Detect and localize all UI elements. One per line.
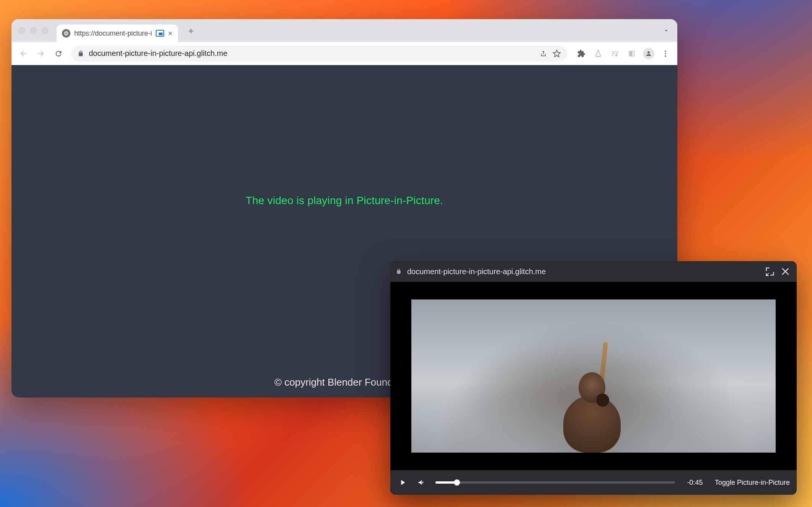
share-icon[interactable] (540, 50, 547, 57)
flask-icon (594, 49, 602, 58)
globe-icon (62, 29, 70, 38)
window-zoom-button[interactable] (41, 27, 48, 34)
svg-point-2 (665, 55, 666, 57)
browser-toolbar: document-picture-in-picture-api.glitch.m… (11, 42, 677, 65)
video-controls: -0:45 Toggle Picture-in-Picture (390, 470, 797, 495)
reload-button[interactable] (51, 46, 67, 62)
play-icon (398, 478, 407, 487)
arrow-right-icon (37, 49, 45, 58)
arrow-left-icon (19, 49, 28, 58)
bookmark-icon[interactable] (553, 49, 561, 58)
lock-icon (77, 50, 84, 57)
labs-button[interactable] (590, 46, 606, 62)
pip-close-button[interactable] (781, 266, 791, 277)
address-bar[interactable]: document-picture-in-picture-api.glitch.m… (71, 46, 567, 62)
tab-title: https://document-picture-i (74, 29, 152, 38)
play-button[interactable] (397, 477, 408, 488)
time-remaining: -0:45 (683, 479, 706, 487)
address-bar-url: document-picture-in-picture-api.glitch.m… (89, 49, 535, 58)
chrome-menu-button[interactable] (657, 46, 673, 62)
extensions-button[interactable] (573, 46, 589, 62)
panel-icon (628, 49, 636, 58)
pip-back-to-tab-button[interactable] (765, 266, 775, 277)
expand-icon (765, 266, 775, 277)
browser-tab[interactable]: https://document-picture-i × (57, 25, 178, 42)
puzzle-icon (577, 49, 585, 58)
tab-close-button[interactable]: × (168, 29, 173, 38)
window-traffic-lights[interactable] (18, 27, 48, 34)
window-close-button[interactable] (18, 27, 25, 34)
toggle-pip-button[interactable]: Toggle Picture-in-Picture (715, 479, 790, 487)
video-frame (411, 299, 776, 453)
avatar-icon (643, 48, 654, 59)
tab-search-button[interactable] (660, 24, 673, 37)
window-minimize-button[interactable] (30, 27, 37, 34)
chevron-down-icon (663, 27, 670, 34)
profile-button[interactable] (641, 46, 657, 62)
volume-icon (417, 478, 426, 487)
new-tab-button[interactable]: ＋ (185, 25, 197, 37)
svg-point-1 (665, 53, 666, 54)
svg-point-0 (665, 50, 666, 52)
pip-titlebar[interactable]: document-picture-in-picture-api.glitch.m… (390, 261, 797, 282)
forward-button[interactable] (33, 46, 49, 62)
reload-icon (54, 49, 63, 58)
pip-status-message: The video is playing in Picture-in-Pictu… (246, 195, 443, 207)
pip-indicator-icon (156, 30, 164, 37)
close-icon (781, 266, 791, 277)
seek-bar[interactable] (435, 481, 675, 484)
lock-icon (396, 268, 402, 275)
side-panel-button[interactable] (624, 46, 640, 62)
mute-button[interactable] (416, 477, 427, 488)
kebab-icon (661, 49, 670, 58)
media-control-button[interactable] (607, 46, 623, 62)
tab-strip: https://document-picture-i × ＋ (11, 19, 677, 42)
music-note-icon (611, 49, 619, 58)
pip-title: document-picture-in-picture-api.glitch.m… (407, 267, 759, 276)
pip-video[interactable] (390, 282, 797, 470)
back-button[interactable] (15, 46, 31, 62)
pip-window: document-picture-in-picture-api.glitch.m… (390, 261, 797, 495)
